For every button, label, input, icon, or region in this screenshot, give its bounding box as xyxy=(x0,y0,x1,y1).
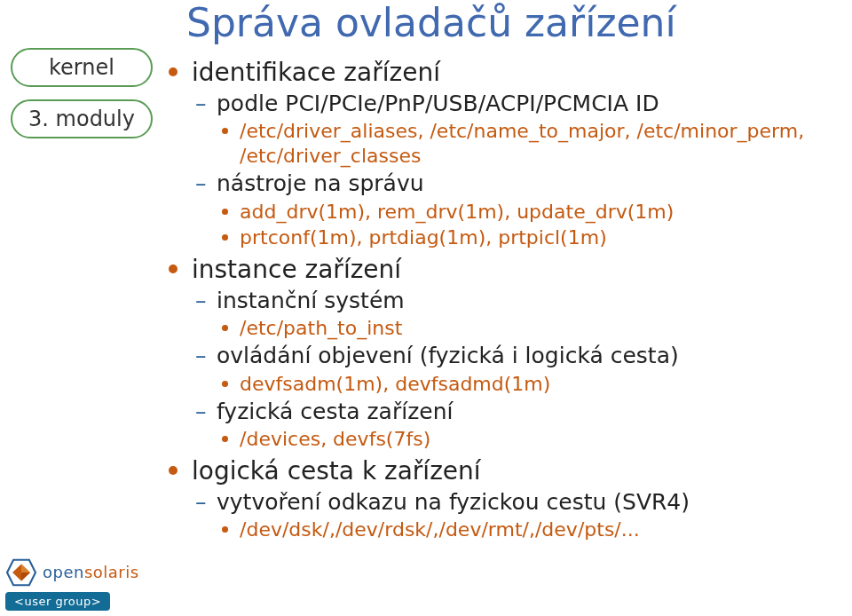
item-instance-label: instance zařízení xyxy=(192,255,401,284)
svg-marker-2 xyxy=(21,564,30,573)
item-path-to-inst-label: /etc/path_to_inst xyxy=(240,317,402,339)
item-instancni: instanční systém /etc/path_to_inst xyxy=(192,287,834,341)
item-devfsadm: devfsadm(1m), devfsadmd(1m) xyxy=(217,372,834,397)
item-prtconf: prtconf(1m), prtdiag(1m), prtpicl(1m) xyxy=(217,225,834,250)
item-prtconf-label: prtconf(1m), prtdiag(1m), prtpicl(1m) xyxy=(240,226,607,249)
item-podle-id: podle PCI/PCIe/PnP/USB/ACPI/PCMCIA ID /e… xyxy=(192,90,834,168)
item-logicka: logická cesta k zařízení vytvoření odkaz… xyxy=(169,455,834,542)
item-ovladani-label: ovládání objevení (fyzická i logická ces… xyxy=(217,343,679,368)
content-area: identifikace zařízení podle PCI/PCIe/PnP… xyxy=(169,53,834,542)
item-devfsadm-label: devfsadm(1m), devfsadmd(1m) xyxy=(240,373,550,395)
svg-marker-3 xyxy=(21,573,30,581)
slide-title: Správa ovladačů zařízení xyxy=(186,0,676,45)
logo-open: open xyxy=(43,563,84,581)
side-column: kernel 3. moduly xyxy=(11,48,153,151)
item-instance: instance zařízení instanční systém /etc/… xyxy=(169,254,834,452)
item-devices: /devices, devfs(7fs) xyxy=(217,427,834,452)
item-add-drv-label: add_drv(1m), rem_drv(1m), update_drv(1m) xyxy=(240,201,674,223)
item-logicka-label: logická cesta k zařízení xyxy=(192,456,481,486)
opensolaris-icon xyxy=(5,558,37,587)
logo-solaris: solaris xyxy=(84,563,139,581)
slide: Správa ovladačů zařízení kernel 3. modul… xyxy=(0,0,852,616)
item-identifikace: identifikace zařízení podle PCI/PCIe/PnP… xyxy=(169,57,834,250)
item-dev-dsk: /dev/dsk/,/dev/rdsk/,/dev/rmt/,/dev/pts/… xyxy=(217,517,834,542)
item-path-to-inst: /etc/path_to_inst xyxy=(217,316,834,341)
item-vytvoreni-label: vytvoření odkazu na fyzickou cestu (SVR4… xyxy=(217,489,690,515)
item-nastroje-label: nástroje na správu xyxy=(217,170,424,196)
pill-moduly: 3. moduly xyxy=(11,99,153,138)
item-identifikace-label: identifikace zařízení xyxy=(192,58,440,87)
item-fyzicka: fyzická cesta zařízení /devices, devfs(7… xyxy=(192,398,834,452)
item-devices-label: /devices, devfs(7fs) xyxy=(240,428,430,450)
item-dev-dsk-label: /dev/dsk/,/dev/rdsk/,/dev/rmt/,/dev/pts/… xyxy=(240,518,640,541)
opensolaris-logo: opensolaris xyxy=(5,558,156,587)
pill-kernel: kernel xyxy=(11,48,153,87)
item-instancni-label: instanční systém xyxy=(217,288,405,313)
opensolaris-text: opensolaris xyxy=(43,565,139,580)
item-add-drv: add_drv(1m), rem_drv(1m), update_drv(1m) xyxy=(217,200,834,225)
item-driver-aliases-label: /etc/driver_aliases, /etc/name_to_major,… xyxy=(240,120,804,167)
user-group-badge: <user group> xyxy=(5,592,110,611)
item-podle-id-label: podle PCI/PCIe/PnP/USB/ACPI/PCMCIA ID xyxy=(217,91,659,116)
item-ovladani: ovládání objevení (fyzická i logická ces… xyxy=(192,342,834,396)
item-vytvoreni: vytvoření odkazu na fyzickou cestu (SVR4… xyxy=(192,488,834,542)
item-driver-aliases: /etc/driver_aliases, /etc/name_to_major,… xyxy=(217,119,834,168)
item-nastroje: nástroje na správu add_drv(1m), rem_drv(… xyxy=(192,170,834,249)
logo-area: opensolaris <user group> xyxy=(5,558,156,611)
item-fyzicka-label: fyzická cesta zařízení xyxy=(217,399,453,424)
